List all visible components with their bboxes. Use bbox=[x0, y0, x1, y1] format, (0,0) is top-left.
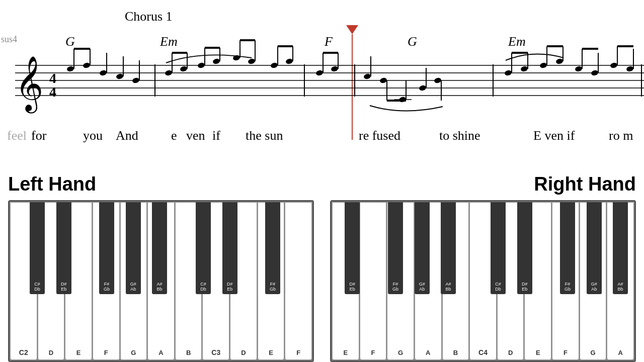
white-key-g: G bbox=[120, 202, 147, 360]
left-hand-keyboard: C2DEFGABC3DEF C# DbD# EbF# GbG# AbA# BbC… bbox=[8, 200, 314, 362]
left-hand-section: Left Hand C2DEFGABC3DEF C# DbD# EbF# GbG… bbox=[0, 168, 322, 362]
white-key-b: B bbox=[175, 202, 202, 360]
svg-point-44 bbox=[315, 69, 324, 76]
white-key-a: A bbox=[415, 202, 442, 360]
lyric-feel: feel bbox=[7, 128, 27, 143]
white-key-b: B bbox=[442, 202, 469, 360]
svg-point-39 bbox=[270, 62, 278, 68]
white-key-f: F bbox=[93, 202, 120, 360]
svg-point-41 bbox=[285, 58, 293, 64]
svg-point-59 bbox=[434, 77, 442, 83]
white-key-e: E bbox=[65, 202, 92, 360]
svg-point-20 bbox=[116, 73, 124, 79]
lyric-the-sun: the sun bbox=[246, 128, 283, 143]
lyric-to-shine: to shine bbox=[439, 128, 480, 143]
white-key-e: E bbox=[258, 202, 285, 360]
white-key-d: D bbox=[497, 202, 524, 360]
svg-point-29 bbox=[197, 62, 205, 68]
lyric-you: you bbox=[83, 128, 103, 143]
svg-point-57 bbox=[419, 84, 427, 91]
playhead-triangle bbox=[346, 25, 358, 34]
white-key-f: F bbox=[285, 202, 312, 360]
svg-point-51 bbox=[379, 77, 387, 83]
lyric-e: e bbox=[171, 128, 177, 143]
lyric-and: And bbox=[116, 128, 138, 143]
white-key-g: G bbox=[580, 202, 607, 360]
staff-svg: 𝄞 4 4 bbox=[0, 35, 644, 136]
svg-point-46 bbox=[331, 65, 339, 72]
white-key-c3: C3 bbox=[202, 202, 229, 360]
lyric-re-fused: re fused bbox=[359, 128, 400, 143]
white-key-e: E bbox=[332, 202, 359, 360]
right-hand-section: Right Hand EFGABC4DEFGA D# EbF# GbG# AbA… bbox=[322, 168, 644, 362]
white-key-d: D bbox=[230, 202, 257, 360]
svg-point-24 bbox=[165, 69, 173, 76]
lyric-ro-m: ro m bbox=[609, 128, 633, 143]
svg-point-13 bbox=[66, 65, 74, 72]
svg-text:4: 4 bbox=[49, 84, 56, 100]
white-key-c4: C4 bbox=[469, 202, 497, 360]
svg-point-66 bbox=[539, 62, 547, 68]
svg-point-26 bbox=[180, 65, 188, 72]
svg-point-15 bbox=[83, 62, 91, 68]
svg-point-36 bbox=[248, 58, 256, 64]
bottom-section: Left Hand C2DEFGABC3DEF C# DbD# EbF# GbG… bbox=[0, 168, 644, 362]
svg-point-31 bbox=[212, 58, 220, 64]
svg-point-61 bbox=[504, 69, 512, 76]
svg-point-18 bbox=[99, 69, 107, 76]
white-key-g: G bbox=[387, 202, 414, 360]
svg-point-71 bbox=[575, 65, 583, 72]
lyric-even-if: E ven if bbox=[533, 128, 575, 143]
right-hand-label: Right Hand bbox=[330, 173, 636, 195]
svg-point-49 bbox=[363, 73, 371, 79]
svg-point-22 bbox=[132, 77, 140, 83]
svg-point-63 bbox=[520, 65, 528, 72]
lyric-ven: ven bbox=[186, 128, 205, 143]
svg-point-73 bbox=[591, 69, 599, 76]
svg-point-76 bbox=[610, 62, 618, 68]
svg-point-68 bbox=[555, 58, 564, 64]
white-key-d: D bbox=[38, 202, 65, 360]
svg-text:𝄞: 𝄞 bbox=[15, 56, 43, 114]
white-key-e: E bbox=[524, 202, 551, 360]
white-key-f: F bbox=[360, 202, 387, 360]
sheet-music-area: Chorus 1 sus4 GEmFGEm 𝄞 4 4 bbox=[0, 0, 644, 161]
white-key-a: A bbox=[607, 202, 634, 360]
chorus-label: Chorus 1 bbox=[125, 9, 173, 24]
white-key-a: A bbox=[147, 202, 175, 360]
lyric-for: for bbox=[31, 128, 46, 143]
white-key-f: F bbox=[552, 202, 579, 360]
svg-point-78 bbox=[626, 65, 634, 72]
left-hand-label: Left Hand bbox=[8, 173, 314, 195]
white-key-c2: C2 bbox=[10, 202, 37, 360]
right-hand-keyboard: EFGABC4DEFGA D# EbF# GbG# AbA# BbC# DbD#… bbox=[330, 200, 636, 362]
lyric-if: if bbox=[212, 128, 220, 143]
